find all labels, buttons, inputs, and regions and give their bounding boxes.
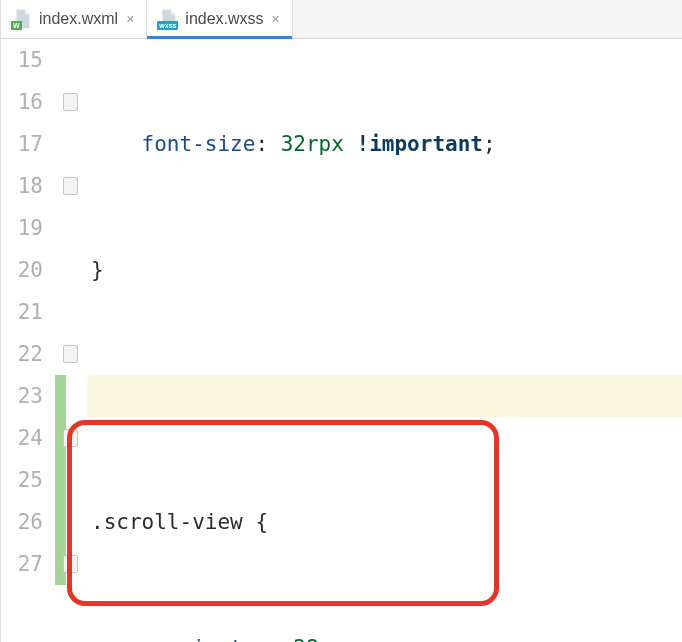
- fold-column: [55, 39, 87, 642]
- file-badge: wxss: [157, 21, 178, 30]
- line-number: 18: [1, 165, 55, 207]
- line-number: 24: [1, 417, 55, 459]
- line-number-gutter: 15 16 17 18 19 20 21 22 23 24 25 26 27: [1, 39, 55, 642]
- code-text[interactable]: font-size: 32rpx !important; } .scroll-v…: [87, 39, 682, 642]
- code-area[interactable]: 15 16 17 18 19 20 21 22 23 24 25 26 27: [1, 39, 682, 642]
- line-number: 22: [1, 333, 55, 375]
- line-number: 19: [1, 207, 55, 249]
- fold-marker-close-icon[interactable]: [63, 93, 78, 111]
- line-number: 27: [1, 543, 55, 585]
- line-number: 26: [1, 501, 55, 543]
- close-icon[interactable]: ×: [270, 10, 282, 28]
- line-number: 21: [1, 291, 55, 333]
- tab-index-wxml[interactable]: W index.wxml ×: [1, 0, 147, 38]
- line-number: 23: [1, 375, 55, 417]
- code-line[interactable]: .scroll-view {: [87, 501, 682, 543]
- tab-bar-empty: [293, 0, 682, 39]
- line-number: 17: [1, 123, 55, 165]
- vcs-change-marker: [55, 501, 66, 543]
- vcs-change-marker: [55, 375, 66, 417]
- line-number: 15: [1, 39, 55, 81]
- code-line[interactable]: [87, 375, 682, 417]
- editor-root: W index.wxml × wxss index.wxss × 15 16 1…: [0, 0, 682, 642]
- tab-index-wxss[interactable]: wxss index.wxss ×: [147, 0, 292, 38]
- tab-bar: W index.wxml × wxss index.wxss ×: [1, 0, 682, 39]
- code-line[interactable]: }: [87, 249, 682, 291]
- tab-label: index.wxss: [185, 10, 263, 28]
- file-icon: W: [11, 8, 33, 30]
- file-badge: W: [11, 21, 22, 30]
- line-number: 16: [1, 81, 55, 123]
- fold-marker-open-icon[interactable]: [63, 429, 78, 447]
- close-icon[interactable]: ×: [124, 10, 136, 28]
- file-icon: wxss: [157, 8, 179, 30]
- fold-marker-close-icon[interactable]: [63, 555, 78, 573]
- fold-marker-open-icon[interactable]: [63, 177, 78, 195]
- fold-marker-close-icon[interactable]: [63, 345, 78, 363]
- vcs-change-marker: [55, 459, 66, 501]
- line-number: 25: [1, 459, 55, 501]
- code-line[interactable]: margin-top: 28rpx;: [87, 627, 682, 642]
- line-number: 20: [1, 249, 55, 291]
- tab-label: index.wxml: [39, 10, 118, 28]
- code-line[interactable]: font-size: 32rpx !important;: [87, 123, 682, 165]
